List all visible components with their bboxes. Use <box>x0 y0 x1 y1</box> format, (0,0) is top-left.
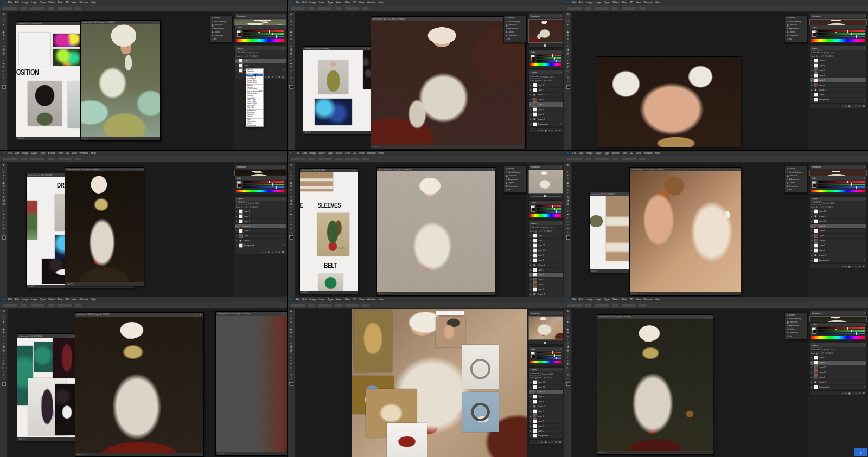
menu-item-window[interactable]: Window <box>367 298 376 301</box>
menu-item-select[interactable]: Select <box>336 298 343 301</box>
layer-visibility-toggle[interactable]: ● <box>811 60 813 62</box>
menu-item-image[interactable]: Image <box>309 1 316 4</box>
group-icon[interactable]: ▢ <box>275 250 277 253</box>
collapsed-panel-item[interactable]: ℹInfo <box>785 37 807 41</box>
navigator-zoom-slider[interactable] <box>529 341 563 344</box>
option-segment[interactable] <box>21 304 27 307</box>
option-segment[interactable] <box>21 158 27 160</box>
layer-row[interactable]: ●Layer 4 <box>235 229 286 234</box>
menu-item-layer[interactable]: Layer <box>31 152 37 155</box>
layer-visibility-toggle[interactable]: ● <box>236 65 238 67</box>
blur-tool[interactable]: ○ <box>565 352 570 356</box>
window-controls[interactable]: – ▫ × <box>704 316 711 318</box>
layer-visibility-toggle[interactable]: ● <box>530 84 532 86</box>
layer-row[interactable]: ●▣Group 1 <box>810 214 866 219</box>
layer-row[interactable]: ●Layer 11 <box>810 365 866 370</box>
trash-icon[interactable]: ⌧ <box>282 75 284 78</box>
layer-visibility-toggle[interactable]: ● <box>236 220 238 222</box>
slider-knob[interactable] <box>851 183 852 186</box>
panel-menu-icon[interactable]: ≡ <box>864 165 865 168</box>
menu-item-select[interactable]: Select <box>48 298 55 301</box>
path-select-tool[interactable]: ▷ <box>1 220 6 223</box>
color-slider[interactable] <box>818 333 865 334</box>
menu-item-image[interactable]: Image <box>22 1 29 4</box>
layer-visibility-toggle[interactable]: ● <box>530 386 532 388</box>
path-select-tool[interactable]: ▷ <box>289 366 293 370</box>
layer-visibility-toggle[interactable]: ● <box>530 425 532 427</box>
option-segment[interactable] <box>639 304 646 307</box>
title-bar[interactable]: witch.psd @ 66.7% (Layer 5, RGB/8) *– ▫ … <box>630 168 741 171</box>
color-slider[interactable] <box>818 186 865 188</box>
panel-menu-icon[interactable]: ≡ <box>283 197 284 200</box>
group-icon[interactable]: ▢ <box>855 392 857 395</box>
menu-item-view[interactable]: View <box>72 298 77 301</box>
color-slider[interactable] <box>537 205 561 207</box>
lasso-tool[interactable]: ⟡ <box>289 171 293 174</box>
menu-item-layer[interactable]: Layer <box>596 298 602 301</box>
layer-visibility-toggle[interactable]: ● <box>236 235 238 237</box>
option-segment[interactable] <box>30 7 44 10</box>
slider-knob[interactable] <box>556 357 557 359</box>
layer-row[interactable]: ●Layer 4 <box>810 83 866 88</box>
menu-item-window[interactable]: Window <box>644 1 653 4</box>
pen-tool[interactable]: ✒ <box>1 213 6 216</box>
blur-tool[interactable]: ○ <box>289 55 293 59</box>
menu-item-file[interactable]: File <box>8 1 12 4</box>
color-slider[interactable] <box>537 355 561 356</box>
trash-icon[interactable]: ⌧ <box>862 105 865 107</box>
pen-tool[interactable]: ✒ <box>565 62 570 66</box>
layer-row[interactable]: ●Layer 5 <box>529 278 563 282</box>
option-segment[interactable] <box>585 158 591 160</box>
blur-tool[interactable]: ○ <box>289 352 293 356</box>
option-segment[interactable] <box>335 7 342 10</box>
layer-row[interactable]: ●Layer 6 <box>810 73 866 78</box>
menu-item-window[interactable]: Window <box>80 1 88 4</box>
lock-icons[interactable]: Lock: ▨ ✛ ⊕ ⚿ <box>530 80 542 82</box>
layer-row[interactable]: ●Layer 7 <box>810 68 866 73</box>
slider-knob[interactable] <box>554 57 555 60</box>
trash-icon[interactable]: ⌧ <box>862 265 865 268</box>
crop-tool[interactable]: ⌗ <box>289 27 293 30</box>
trash-icon[interactable]: ⌧ <box>282 250 284 253</box>
layer-row[interactable]: ●Layer 5 <box>235 224 286 229</box>
panel-menu-icon[interactable]: ≡ <box>283 47 284 49</box>
layer-row[interactable]: ●Layer 11 <box>529 385 563 390</box>
menu-item-type[interactable]: Type <box>40 152 46 155</box>
background-color-swatch[interactable] <box>531 354 535 358</box>
layer-row[interactable]: ●Layer 10 <box>810 370 866 375</box>
lock-icons[interactable]: Lock: ▨ ✛ ⊕ ⚿ <box>811 55 824 57</box>
eraser-tool[interactable]: ◪ <box>289 199 293 202</box>
title-bar[interactable]: witch.psd @ 66.7% (Layer 5, RGB/8) *– ▫ … <box>65 168 144 171</box>
slider-knob[interactable] <box>851 33 852 35</box>
pen-tool[interactable]: ✒ <box>1 62 6 66</box>
adjustment-icon[interactable]: ◑ <box>852 265 853 268</box>
layer-row[interactable]: ●Layer 7 <box>529 88 563 93</box>
panel-menu-icon[interactable]: ≡ <box>560 201 561 204</box>
layer-visibility-toggle[interactable]: ● <box>236 210 238 213</box>
menu-item-help[interactable]: Help <box>379 298 384 301</box>
menu-item-view[interactable]: View <box>72 152 77 155</box>
healing-brush-tool[interactable]: ⊕ <box>289 185 293 188</box>
menu-item-type[interactable]: Type <box>40 1 46 4</box>
menu-item-filter[interactable]: Filter <box>622 152 627 155</box>
color-slider[interactable] <box>818 327 865 329</box>
layer-visibility-toggle[interactable]: ● <box>530 259 532 261</box>
color-slider[interactable] <box>537 208 561 210</box>
layer-visibility-toggle[interactable]: ● <box>811 210 813 213</box>
layer-row[interactable]: ●Layer 9 <box>810 59 866 63</box>
document-window[interactable]: witch.psd @ 66.7% (Layer 5, RGB/8) *– ▫ … <box>597 315 713 454</box>
layer-visibility-toggle[interactable]: ● <box>530 415 532 417</box>
lasso-tool[interactable]: ⟡ <box>565 171 570 174</box>
menu-item-view[interactable]: View <box>636 152 641 155</box>
layer-row[interactable]: ●Layer 2 <box>529 112 563 117</box>
menu-item-edit[interactable]: Edit <box>579 1 583 4</box>
option-segment[interactable] <box>308 7 315 10</box>
blur-tool[interactable]: ○ <box>1 55 6 59</box>
layer-visibility-toggle[interactable]: ● <box>530 435 532 437</box>
layer-visibility-toggle[interactable]: ● <box>811 376 813 378</box>
layer-row[interactable]: ●Layer 3 <box>529 287 563 292</box>
menu-item-view[interactable]: View <box>359 298 365 301</box>
option-segment[interactable] <box>345 158 359 160</box>
document-window[interactable]: witch.psd @ 66.7% (Layer 5, RGB/8) *– ▫ … <box>81 21 159 140</box>
menu-item-select[interactable]: Select <box>612 1 620 4</box>
